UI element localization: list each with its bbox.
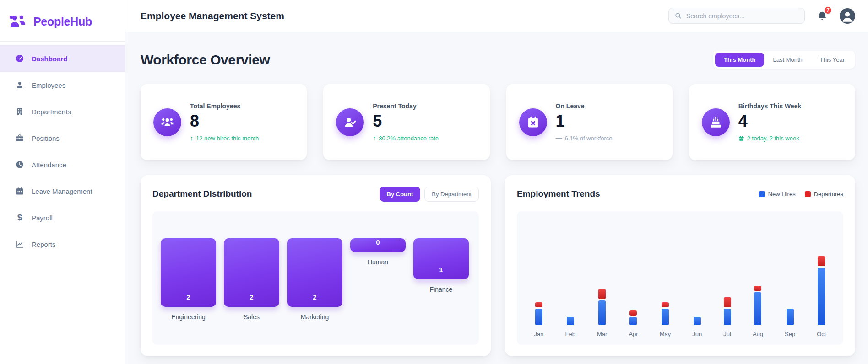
dept-bar-label: Finance	[430, 286, 453, 293]
month-label: Oct	[817, 331, 826, 337]
month-label: May	[660, 331, 671, 337]
sidebar-item-label: Reports	[32, 241, 56, 248]
dept-bar-label: Engineering	[171, 313, 206, 321]
notifications-button[interactable]: 7	[817, 11, 828, 21]
month-label: Apr	[629, 331, 638, 337]
new-hires-bar[interactable]	[818, 268, 825, 325]
cake-icon	[702, 108, 730, 136]
dept-bar[interactable]: 1	[413, 238, 469, 279]
user-check-icon	[336, 108, 364, 136]
gauge-icon	[15, 54, 24, 63]
new-hires-bar[interactable]	[629, 317, 637, 325]
avatar-person-icon	[840, 8, 855, 24]
sidebar-item-attendance[interactable]: Attendance	[0, 151, 125, 178]
new-hires-bar[interactable]	[754, 292, 761, 325]
trend-bar-group: Aug	[753, 286, 763, 337]
top-header: Employee Management System 7	[125, 0, 868, 32]
new-hires-bar[interactable]	[787, 309, 794, 325]
dept-bar[interactable]: 2	[224, 238, 279, 307]
dept-bar[interactable]: 2	[161, 238, 216, 307]
sidebar-item-dashboard[interactable]: Dashboard	[0, 45, 125, 72]
sidebar-item-leave-management[interactable]: Leave Management	[0, 178, 125, 204]
sidebar-item-label: Dashboard	[32, 55, 67, 63]
sidebar-item-payroll[interactable]: $ Payroll	[0, 204, 125, 231]
sidebar-item-label: Leave Management	[32, 187, 92, 195]
departures-bar[interactable]	[598, 289, 606, 299]
departures-bar[interactable]	[724, 297, 731, 307]
trends-legend: New Hires Departures	[759, 191, 843, 198]
departures-bar[interactable]	[629, 310, 637, 316]
month-label: Aug	[753, 331, 763, 337]
dept-bar[interactable]: 0	[350, 238, 406, 252]
user-icon	[15, 80, 24, 90]
dept-bar-value: 2	[313, 293, 316, 301]
departures-bar[interactable]	[662, 302, 669, 307]
toggle-by-count[interactable]: By Count	[380, 187, 421, 202]
briefcase-icon	[15, 134, 24, 143]
dollar-icon: $	[15, 213, 24, 223]
stat-label: Total Employees	[190, 102, 259, 110]
main-area: Employee Management System 7	[125, 0, 868, 364]
new-hires-bar[interactable]	[535, 309, 542, 325]
new-hires-bar[interactable]	[724, 309, 731, 325]
tab-last-month[interactable]: Last Month	[764, 53, 811, 67]
department-distribution-panel: Department Distribution By Count By Depa…	[141, 175, 491, 356]
sidebar-item-reports[interactable]: Reports	[0, 231, 125, 257]
tab-this-year[interactable]: This Year	[811, 53, 853, 67]
trend-bar-group: Oct	[817, 256, 826, 337]
stat-value: 1	[556, 113, 613, 130]
employment-trends-panel: Employment Trends New Hires Departures J…	[505, 175, 855, 356]
dept-bar-group: 2Marketing	[287, 238, 342, 321]
tab-this-month[interactable]: This Month	[715, 53, 764, 67]
stat-subtext: — 6.1% of workforce	[556, 134, 613, 142]
search-icon	[674, 12, 682, 20]
dept-bar-group: 2Sales	[224, 238, 279, 321]
new-hires-bar[interactable]	[694, 317, 701, 325]
chart-line-icon	[15, 240, 24, 249]
dept-bar-label: Marketing	[301, 313, 329, 321]
sidebar: PeopleHub Dashboard Employees	[0, 0, 125, 364]
search-input[interactable]	[686, 12, 799, 20]
brand-name: PeopleHub	[33, 15, 92, 28]
charts-row: Department Distribution By Count By Depa…	[141, 175, 855, 356]
dept-bar-group: 0Human	[350, 238, 406, 266]
sidebar-item-label: Payroll	[32, 214, 53, 222]
stat-value: 8	[190, 113, 259, 130]
sidebar-item-label: Employees	[32, 81, 65, 89]
dashboard-content: Workforce Overview This Month Last Month…	[125, 32, 868, 364]
month-label: Jun	[692, 331, 702, 337]
trend-bar-group: Sep	[785, 309, 795, 337]
trend-flat-icon: —	[556, 134, 562, 142]
user-avatar[interactable]	[840, 8, 855, 24]
sidebar-item-employees[interactable]: Employees	[0, 72, 125, 98]
trend-bar-group: Feb	[565, 317, 575, 337]
dept-bar-group: 2Engineering	[161, 238, 216, 321]
departures-bar[interactable]	[535, 302, 542, 307]
toggle-by-department[interactable]: By Department	[424, 187, 479, 202]
building-icon	[15, 107, 24, 116]
sidebar-item-positions[interactable]: Positions	[0, 125, 125, 151]
new-hires-bar[interactable]	[598, 300, 606, 325]
dept-bar-group: 1Finance	[413, 238, 469, 293]
new-hires-bar[interactable]	[662, 309, 669, 325]
new-hires-bar[interactable]	[567, 317, 574, 325]
trend-bar-group: May	[660, 302, 671, 337]
notification-badge: 7	[824, 6, 832, 15]
gift-icon	[738, 135, 744, 141]
sidebar-item-departments[interactable]: Departments	[0, 98, 125, 125]
dept-bar[interactable]: 2	[287, 238, 342, 307]
stat-card-on-leave: On Leave 1 — 6.1% of workforce	[506, 84, 673, 160]
legend-new-hires: New Hires	[759, 191, 796, 198]
departures-bar[interactable]	[754, 286, 761, 291]
month-label: Feb	[565, 331, 575, 337]
stat-card-birthdays: Birthdays This Week 4 2 today, 2 this we…	[689, 84, 855, 160]
brand-logo[interactable]: PeopleHub	[0, 0, 125, 41]
month-label: Mar	[597, 331, 607, 337]
departures-bar[interactable]	[818, 256, 825, 266]
trend-up-icon: ↑	[373, 134, 376, 142]
people-logo-icon	[8, 14, 27, 29]
stat-label: On Leave	[556, 102, 613, 110]
month-label: Jul	[723, 331, 731, 337]
month-label: Jan	[534, 331, 544, 337]
stat-card-total-employees: Total Employees 8 ↑ 12 new hires this mo…	[141, 84, 307, 160]
